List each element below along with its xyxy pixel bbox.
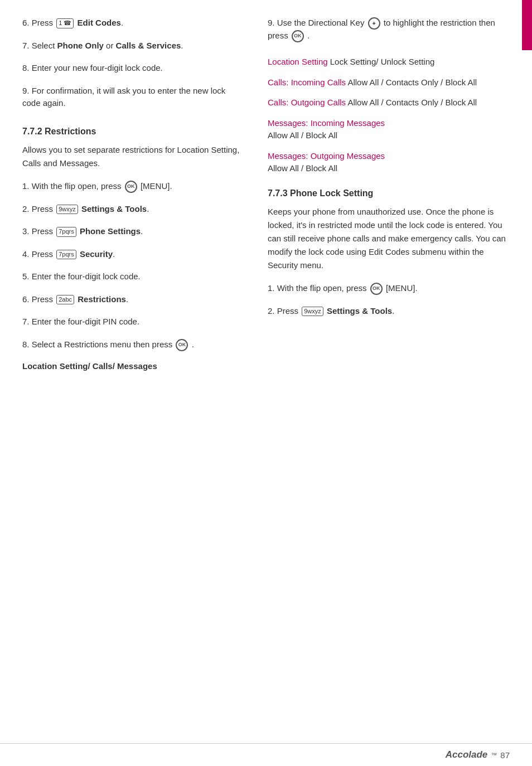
restriction-incoming-messages-label: Messages: Incoming Messages <box>268 118 385 128</box>
r1-ok-icon: OK <box>125 181 137 193</box>
top-accent-bar <box>522 0 532 50</box>
restriction-outgoing-calls-desc: Allow All / Contacts Only / Block All <box>347 98 477 107</box>
footer-page: 87 <box>500 750 510 760</box>
phonelock-step-2: 2. Press 9wxyz Settings & Tools. <box>268 305 510 318</box>
step9r-period: . <box>307 31 309 40</box>
r6-prefix: 6. Press <box>22 294 55 304</box>
section-773-description: Keeps your phone from unauthorized use. … <box>268 205 510 272</box>
footer-brand: Accolade <box>446 749 488 760</box>
restriction-location-label: Location Setting <box>268 57 328 66</box>
restriction-outgoing-messages: Messages: Outgoing Messages Allow All / … <box>268 150 510 175</box>
restriction-step-1: 1. With the flip open, press OK [MENU]. <box>22 180 240 193</box>
step9r-ok-icon: OK <box>292 30 304 42</box>
restriction-step-4: 4. Press 7pqrs Security. <box>22 248 240 261</box>
step-9-left: 9. For confirmation, it will ask you to … <box>22 85 240 110</box>
pl1-ok-icon: OK <box>370 283 383 295</box>
restriction-step-2: 2. Press 9wxyz Settings & Tools. <box>22 203 240 216</box>
r4-icon: 7pqrs <box>56 250 76 259</box>
r2-label: Settings & Tools <box>81 204 147 214</box>
r3-label: Phone Settings <box>80 226 141 236</box>
restriction-outgoing-calls: Calls: Outgoing Calls Allow All / Contac… <box>268 96 510 109</box>
section-773-heading: 7.7.3 Phone Lock Setting <box>268 188 510 198</box>
r1-menu: [MENU]. <box>141 181 172 191</box>
r4-label: Security <box>80 249 113 259</box>
r8-period: . <box>192 340 194 349</box>
location-callout-text: Location Setting/ Calls/ Messages <box>22 361 157 371</box>
restriction-outgoing-messages-desc: Allow All / Block All <box>268 163 337 173</box>
r6-period: . <box>126 294 128 304</box>
restriction-incoming-calls-desc: Allow All / Contacts Only / Block All <box>347 77 477 87</box>
restriction-outgoing-messages-label: Messages: Outgoing Messages <box>268 151 385 161</box>
r2-period: . <box>147 204 149 214</box>
section-772-heading: 7.7.2 Restrictions <box>22 127 240 137</box>
step-7-number: 7. Select <box>22 41 57 50</box>
step-6-period: . <box>121 18 123 27</box>
left-column: 6. Press 1 ☎ Edit Codes. 7. Select Phone… <box>22 17 257 732</box>
footer-bar: Accolade ™ 87 <box>0 743 532 766</box>
step-6-number: 6. Press <box>22 18 55 27</box>
step-9-right: 9. Use the Directional Key ✦ to highligh… <box>268 17 510 42</box>
pl2-label: Settings & Tools <box>327 306 392 316</box>
page-container: 6. Press 1 ☎ Edit Codes. 7. Select Phone… <box>0 0 532 766</box>
r2-prefix: 2. Press <box>22 204 55 214</box>
step-8: 8. Enter your new four-digit lock code. <box>22 62 240 75</box>
pl1-menu: [MENU]. <box>386 283 418 293</box>
phonelock-step-1: 1. With the flip open, press OK [MENU]. <box>268 282 510 295</box>
r6-label: Restrictions <box>78 294 126 304</box>
r3-period: . <box>141 226 143 236</box>
step-7-phone-only: Phone Only <box>57 41 104 50</box>
step9r-directional-icon: ✦ <box>368 17 380 30</box>
step-9-left-text: 9. For confirmation, it will ask you to … <box>22 86 225 108</box>
restriction-step-7: 7. Enter the four-digit PIN code. <box>22 316 240 328</box>
pl2-prefix: 2. Press <box>268 306 301 316</box>
restriction-location-desc: Lock Setting/ Unlock Setting <box>330 57 435 66</box>
r8-text: 8. Select a Restrictions menu then press <box>22 340 175 349</box>
step-7-period: . <box>181 41 183 50</box>
step-8-text: 8. Enter your new four-digit lock code. <box>22 63 163 72</box>
restriction-step-5: 5. Enter the four-digit lock code. <box>22 270 240 283</box>
r1-text: 1. With the flip open, press <box>22 181 124 191</box>
step-7-calls-services: Calls & Services <box>116 41 181 50</box>
r4-period: . <box>113 249 115 259</box>
pl2-period: . <box>392 306 394 316</box>
step-6-icon: 1 ☎ <box>56 18 74 28</box>
r3-icon: 7pqrs <box>56 227 76 236</box>
step-6: 6. Press 1 ☎ Edit Codes. <box>22 17 240 30</box>
r6-icon: 2abc <box>56 295 74 304</box>
restriction-step-3: 3. Press 7pqrs Phone Settings. <box>22 225 240 238</box>
step-7-or: or <box>104 41 116 50</box>
pl2-icon: 9wxyz <box>302 307 323 316</box>
r2-icon: 9wxyz <box>56 205 78 214</box>
section-772-description: Allows you to set separate restrictions … <box>22 143 240 170</box>
restriction-location: Location Setting Lock Setting/ Unlock Se… <box>268 56 510 69</box>
restriction-incoming-messages-desc: Allow All / Block All <box>268 130 337 140</box>
r5-text: 5. Enter the four-digit lock code. <box>22 272 141 281</box>
restriction-incoming-calls: Calls: Incoming Calls Allow All / Contac… <box>268 76 510 89</box>
restriction-step-8: 8. Select a Restrictions menu then press… <box>22 338 240 351</box>
pl1-text: 1. With the flip open, press <box>268 283 369 293</box>
restriction-incoming-messages: Messages: Incoming Messages Allow All / … <box>268 117 510 142</box>
location-callout: Location Setting/ Calls/ Messages <box>22 361 240 371</box>
step-6-label: Edit Codes <box>78 18 121 27</box>
step9r-number: 9. Use the Directional Key <box>268 18 367 27</box>
restriction-incoming-calls-label: Calls: Incoming Calls <box>268 77 346 87</box>
footer-tm: ™ <box>491 752 497 758</box>
step-7: 7. Select Phone Only or Calls & Services… <box>22 40 240 52</box>
content-area: 6. Press 1 ☎ Edit Codes. 7. Select Phone… <box>0 0 532 743</box>
r3-prefix: 3. Press <box>22 226 55 236</box>
restriction-outgoing-calls-label: Calls: Outgoing Calls <box>268 98 346 107</box>
r4-prefix: 4. Press <box>22 249 55 259</box>
restriction-step-6: 6. Press 2abc Restrictions. <box>22 293 240 306</box>
r7-text: 7. Enter the four-digit PIN code. <box>22 317 139 326</box>
right-column: 9. Use the Directional Key ✦ to highligh… <box>257 17 510 732</box>
r8-ok-icon: OK <box>176 339 188 351</box>
